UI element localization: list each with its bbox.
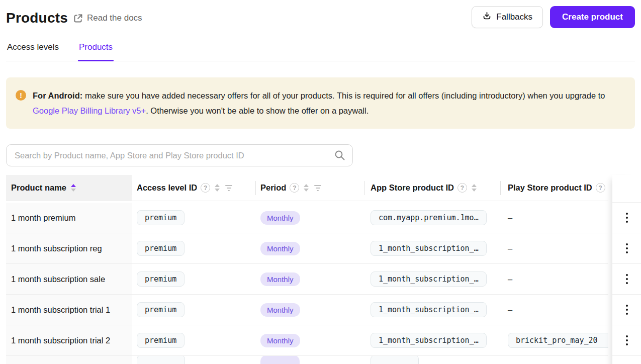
kebab-menu-button[interactable] (621, 302, 633, 318)
help-icon[interactable]: ? (457, 183, 467, 193)
filter-icon[interactable] (224, 184, 233, 192)
sort-icon[interactable] (303, 183, 310, 193)
warning-icon: ! (16, 90, 26, 101)
product-name: 1 month subscription sale (11, 275, 105, 284)
app-store-id-chip: 1_month_subscription_… (371, 302, 487, 317)
access-level-chip: premium (137, 333, 185, 348)
access-level-chip: premium (137, 302, 185, 317)
period-badge: Monthly (260, 272, 300, 286)
page-title: Products (6, 10, 68, 26)
app-store-id-chip (371, 356, 419, 364)
banner-bold-prefix: For Android: (33, 91, 82, 100)
table-row[interactable]: 1 month subscription sale premium Monthl… (6, 264, 608, 295)
product-name: 1 month subscription trial 1 (11, 305, 110, 315)
table-row[interactable]: 1 month subscription trial 2 premium Mon… (6, 325, 608, 356)
help-icon[interactable]: ? (290, 183, 299, 193)
column-header-access-level-id[interactable]: Access level ID ? (132, 175, 255, 201)
table-header-row: Product name Access level ID ? Period ? (6, 175, 608, 201)
search-icon[interactable] (334, 149, 346, 163)
period-badge: Monthly (260, 303, 300, 317)
column-header-app-store-product-id[interactable]: App Store product ID ? (364, 175, 500, 201)
sort-icon[interactable] (214, 183, 221, 193)
help-icon[interactable]: ? (201, 183, 210, 193)
period-badge (260, 356, 300, 364)
play-store-id-value: – (508, 275, 512, 284)
access-level-chip: premium (137, 241, 185, 256)
external-link-icon (73, 13, 83, 24)
app-store-id-chip: 1_month_subscription_… (371, 241, 487, 256)
top-bar: Products Read the docs (0, 0, 641, 28)
download-icon (482, 11, 492, 23)
play-store-id-chip: brickit_pro_may_20 (508, 333, 608, 348)
sort-icon[interactable] (70, 183, 77, 193)
period-badge: Monthly (260, 334, 300, 347)
access-level-chip (137, 356, 185, 364)
app-store-id-chip: 1_month_subscription_… (371, 333, 487, 348)
table-row[interactable]: 1 month subscription trial 1 premium Mon… (6, 295, 608, 325)
sort-icon[interactable] (471, 183, 478, 193)
table-scroll-area[interactable]: Product name Access level ID ? Period ? (6, 175, 608, 364)
fallbacks-button[interactable]: Fallbacks (472, 6, 543, 28)
search-box (6, 144, 353, 166)
access-level-chip: premium (137, 210, 185, 225)
row-actions-column (612, 175, 641, 364)
google-play-billing-link[interactable]: Google Play Billing Library v5+ (33, 106, 146, 115)
tab-bar: Access levels Products (6, 41, 635, 61)
table-body: 1 month premium premium Monthly com.myap… (6, 203, 608, 364)
access-level-chip: premium (137, 271, 185, 287)
column-header-play-store-product-id[interactable]: Play Store product ID ? (500, 175, 608, 201)
tab-access-levels[interactable]: Access levels (6, 41, 60, 61)
read-the-docs-link[interactable]: Read the docs (73, 13, 142, 24)
play-store-id-value: – (508, 244, 512, 253)
read-the-docs-label: Read the docs (87, 13, 142, 23)
products-page: Products Read the docs (0, 0, 641, 364)
create-product-button[interactable]: Create product (550, 6, 635, 28)
kebab-menu-button[interactable] (621, 271, 633, 287)
play-store-id-value: – (508, 213, 512, 223)
period-badge: Monthly (260, 242, 300, 255)
kebab-menu-button[interactable] (621, 240, 633, 256)
column-header-period[interactable]: Period ? (255, 175, 364, 201)
search-input[interactable] (6, 144, 353, 166)
play-store-id-value: – (508, 305, 512, 315)
app-store-id-chip: 1_month_subscription_… (371, 271, 487, 287)
table-row[interactable]: 1 month premium premium Monthly com.myap… (6, 203, 608, 233)
period-badge: Monthly (260, 211, 300, 225)
tab-products[interactable]: Products (78, 41, 114, 61)
column-header-product-name[interactable]: Product name (6, 175, 132, 201)
banner-text: For Android: make sure you have added ne… (33, 88, 623, 118)
product-name: 1 month subscription trial 2 (11, 336, 110, 345)
create-product-label: Create product (562, 12, 623, 22)
products-table: Product name Access level ID ? Period ? (6, 175, 641, 364)
table-row[interactable]: 1 month subscription reg premium Monthly… (6, 233, 608, 264)
android-warning-banner: ! For Android: make sure you have added … (6, 77, 635, 129)
filter-icon[interactable] (313, 184, 322, 192)
kebab-menu-button[interactable] (621, 332, 633, 348)
kebab-menu-button[interactable] (621, 210, 633, 226)
app-store-id-chip: com.myapp.premium.1mo… (371, 210, 487, 225)
product-name: 1 month subscription reg (11, 244, 102, 253)
product-name: 1 month premium (11, 213, 75, 223)
help-icon[interactable]: ? (596, 183, 605, 193)
fallbacks-label: Fallbacks (496, 12, 532, 22)
table-row-partial[interactable] (6, 356, 608, 364)
